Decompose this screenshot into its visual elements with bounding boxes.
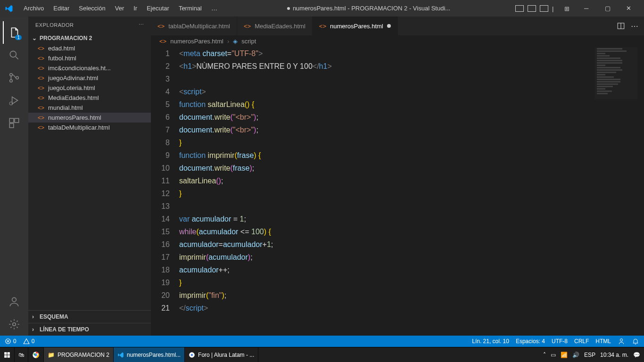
status-warnings[interactable]: 0 xyxy=(23,338,35,345)
status-spaces[interactable]: Espacios: 4 xyxy=(516,338,545,345)
tray-language[interactable]: ESP xyxy=(584,352,595,358)
breadcrumb-separator-icon: › xyxy=(227,38,229,45)
tray-notifications-icon[interactable]: 💬 xyxy=(633,352,640,358)
windows-taskbar: 🛍 📁 PROGRAMACION 2 numerosPares.html... … xyxy=(0,347,644,362)
svg-rect-14 xyxy=(8,352,10,354)
tray-clock[interactable]: 10:34 a. m. xyxy=(600,352,628,358)
html-file-icon: <> xyxy=(319,23,326,30)
file-item[interactable]: <>edad.html xyxy=(28,43,151,53)
chevron-right-icon: › xyxy=(32,326,37,333)
system-tray[interactable]: ˄ ▭ 📶 🔊 ESP 10:34 a. m. 💬 xyxy=(539,352,644,358)
status-cursor-position[interactable]: Lín. 21, col. 10 xyxy=(472,338,509,345)
menu-more[interactable]: … xyxy=(206,5,222,12)
tab-label: numerosPares.html xyxy=(330,23,383,30)
activity-settings[interactable] xyxy=(3,313,25,336)
file-item[interactable]: <>numerosPares.html xyxy=(28,113,151,123)
svg-point-1 xyxy=(10,74,12,76)
minimap[interactable] xyxy=(595,47,637,99)
file-item[interactable]: <>imc&condicionales.ht... xyxy=(28,63,151,73)
sidebar-more-icon[interactable]: ⋯ xyxy=(139,22,144,28)
breadcrumb[interactable]: <> numerosPares.html › ◈ script xyxy=(151,35,644,47)
maximize-button[interactable]: ▢ xyxy=(597,0,618,16)
vscode-logo-icon xyxy=(5,4,13,13)
html-file-icon: <> xyxy=(38,75,44,82)
activity-search[interactable] xyxy=(3,44,25,66)
file-label: mundial.html xyxy=(48,104,83,111)
tray-wifi-icon[interactable]: 📶 xyxy=(561,352,568,358)
file-item[interactable]: <>juegoAdivinar.html xyxy=(28,73,151,83)
file-item[interactable]: <>mundial.html xyxy=(28,103,151,113)
sidebar-title: EXPLORADOR xyxy=(35,22,74,28)
menu-editar[interactable]: Editar xyxy=(49,5,74,12)
status-language[interactable]: HTML xyxy=(595,338,611,345)
status-eol[interactable]: CRLF xyxy=(574,338,589,345)
editor-area: <>tablaDeMultiplicar.html<>MediaEdades.h… xyxy=(151,16,644,336)
file-label: juegoLoteria.html xyxy=(48,84,95,91)
tray-chevron-icon[interactable]: ˄ xyxy=(543,352,546,358)
file-label: MediaEdades.html xyxy=(48,94,99,101)
folder-root[interactable]: ⌄ PROGRAMACION 2 xyxy=(28,33,151,43)
editor-tab[interactable]: <>tablaDeMultiplicar.html xyxy=(151,16,237,35)
split-editor-icon[interactable] xyxy=(617,22,625,30)
task-chrome-pinned[interactable] xyxy=(28,347,44,362)
tray-battery-icon[interactable]: ▭ xyxy=(551,352,556,358)
file-item[interactable]: <>futbol.html xyxy=(28,53,151,63)
svg-rect-7 xyxy=(9,123,14,128)
menu-archivo[interactable]: Archivo xyxy=(19,5,49,12)
svg-point-0 xyxy=(10,51,16,57)
html-file-icon: <> xyxy=(38,95,44,101)
code-content[interactable]: <meta charset="UTF-8"><h1>NÙMERO PARES E… xyxy=(179,47,644,336)
html-file-icon: <> xyxy=(38,105,44,111)
status-notifications-icon[interactable] xyxy=(632,337,639,345)
minimize-button[interactable]: ─ xyxy=(576,0,597,16)
file-label: futbol.html xyxy=(48,55,76,62)
html-file-icon: <> xyxy=(38,45,44,52)
html-file-icon: <> xyxy=(157,23,165,30)
breadcrumb-file: numerosPares.html xyxy=(170,38,223,45)
menu-terminal[interactable]: Terminal xyxy=(174,5,206,12)
activity-run-debug[interactable] xyxy=(3,89,25,112)
file-item[interactable]: <>tablaDeMultiplicar.html xyxy=(28,123,151,132)
editor-layout-controls[interactable]: | ⊞ xyxy=(515,5,571,12)
outline-section[interactable]: › ESQUEMA xyxy=(28,310,151,323)
menu-ejecutar[interactable]: Ejecutar xyxy=(142,5,174,12)
close-button[interactable]: ✕ xyxy=(618,0,639,16)
svg-point-9 xyxy=(13,323,16,326)
status-feedback-icon[interactable] xyxy=(618,337,625,345)
status-encoding[interactable]: UTF-8 xyxy=(552,338,568,345)
html-file-icon: <> xyxy=(38,124,44,131)
svg-point-2 xyxy=(10,80,12,82)
svg-rect-15 xyxy=(4,355,7,357)
editor-tab[interactable]: <>numerosPares.html xyxy=(313,16,398,35)
folder-root-label: PROGRAMACION 2 xyxy=(40,35,92,41)
task-chrome-label: Foro | Alura Latam - ... xyxy=(198,352,254,358)
task-store[interactable]: 🛍 xyxy=(15,347,28,362)
task-vscode[interactable]: numerosPares.html... xyxy=(114,347,185,362)
editor-tab[interactable]: <>MediaEdades.html xyxy=(237,16,313,35)
modified-dot-icon xyxy=(287,7,290,10)
window-title: numerosPares.html - PROGRAMACION 2 - Vis… xyxy=(222,5,515,12)
file-label: imc&condicionales.ht... xyxy=(48,65,111,72)
timeline-section[interactable]: › LÍNEA DE TIEMPO xyxy=(28,323,151,336)
menu-seleccion[interactable]: Selección xyxy=(74,5,110,12)
tab-more-icon[interactable]: ⋯ xyxy=(631,22,638,31)
file-item[interactable]: <>juegoLoteria.html xyxy=(28,83,151,93)
menu-ver[interactable]: Ver xyxy=(110,5,129,12)
svg-point-12 xyxy=(620,339,622,341)
file-item[interactable]: <>MediaEdades.html xyxy=(28,93,151,103)
symbol-icon: ◈ xyxy=(233,38,238,45)
activity-explorer[interactable]: 1 xyxy=(3,21,25,44)
html-file-icon: <> xyxy=(38,115,44,121)
activity-source-control[interactable] xyxy=(3,66,25,89)
menu-ir[interactable]: Ir xyxy=(129,5,142,12)
activity-accounts[interactable] xyxy=(3,290,25,313)
chevron-down-icon: ⌄ xyxy=(32,35,37,41)
tray-volume-icon[interactable]: 🔊 xyxy=(572,352,579,358)
task-chrome[interactable]: Foro | Alura Latam - ... xyxy=(185,347,258,362)
activity-extensions[interactable] xyxy=(3,112,25,134)
start-button[interactable] xyxy=(0,347,15,362)
code-editor[interactable]: 123456789101112131415161718192021 <meta … xyxy=(151,47,644,336)
status-errors[interactable]: 0 xyxy=(5,338,17,345)
task-folder[interactable]: 📁 PROGRAMACION 2 xyxy=(44,347,114,362)
explorer-badge: 1 xyxy=(15,35,22,40)
